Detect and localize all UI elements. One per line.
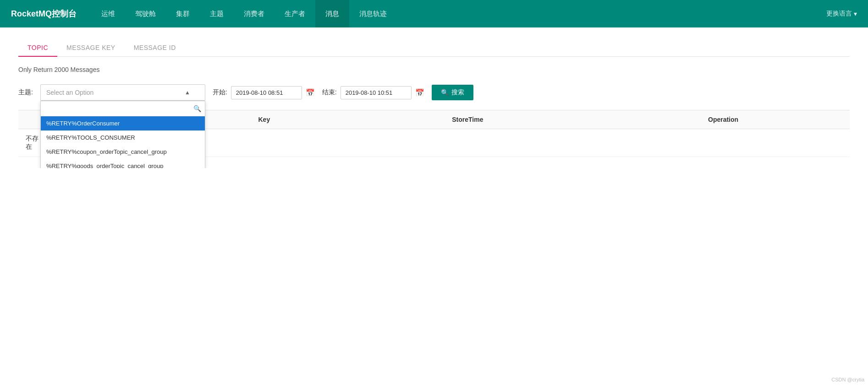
end-date-field: 结束: 📅 [322,86,424,99]
nav-item-yunwei[interactable]: 运维 [91,0,125,27]
content: TOPIC MESSAGE KEY MESSAGE ID Only Return… [0,27,868,168]
search-icon: 🔍 [441,89,449,96]
dropdown-search-input[interactable] [44,103,193,114]
nav-item-xiaofeizhe[interactable]: 消费者 [234,0,275,27]
dropdown-item[interactable]: %RETRY%goods_orderTopic_cancel_group [41,159,205,168]
dropdown-list: %RETRY%OrderConsumer%RETRY%TOOLS_CONSUME… [41,116,205,168]
tab-message-id[interactable]: MESSAGE ID [125,38,185,57]
nav-item-xiaoxiguiji[interactable]: 消息轨迹 [349,0,397,27]
language-switcher[interactable]: 更换语言 ▾ [826,10,857,18]
dropdown-search-row: 🔍 [41,101,205,116]
chevron-down-icon: ▾ [854,10,857,17]
search-form: 主题: Select an Option ▲ 🔍 %RETRY%OrderCon… [18,84,850,101]
key-cell [190,129,338,157]
end-calendar-icon[interactable]: 📅 [415,88,424,97]
navbar: RocketMQ控制台 运维 驾驶舱 集群 主题 消费者 生产者 消息 消息轨迹… [0,0,868,27]
topic-select[interactable]: Select an Option ▲ [40,84,205,101]
start-date-input[interactable] [231,86,302,99]
tab-message-key[interactable]: MESSAGE KEY [57,38,125,57]
start-label: 开始: [213,88,227,97]
th-operation: Operation [597,110,850,129]
dropdown-container: 🔍 %RETRY%OrderConsumer%RETRY%TOOLS_CONSU… [40,101,205,168]
end-label: 结束: [322,88,337,97]
topic-label: 主题: [18,88,33,97]
nav-items: 运维 驾驶舱 集群 主题 消费者 生产者 消息 消息轨迹 [91,0,826,27]
end-date-input[interactable] [341,86,412,99]
search-button[interactable]: 🔍 搜索 [432,85,473,100]
tabs: TOPIC MESSAGE KEY MESSAGE ID [18,38,850,57]
dropdown-item[interactable]: %RETRY%TOOLS_CONSUMER [41,130,205,145]
nav-item-jiashicang[interactable]: 驾驶舱 [125,0,166,27]
select-placeholder: Select an Option [46,89,94,96]
nav-item-zhuti[interactable]: 主题 [200,0,234,27]
tab-topic[interactable]: TOPIC [18,38,57,57]
brand: RocketMQ控制台 [11,8,77,19]
th-key: Key [190,110,338,129]
operation-cell [597,129,850,157]
nav-item-jiqun[interactable]: 集群 [166,0,200,27]
topic-select-wrapper: Select an Option ▲ 🔍 %RETRY%OrderConsume… [40,84,205,101]
th-storetime: StoreTime [339,110,597,129]
storetime-cell [339,129,597,157]
not-exist-label: 不存在 [26,135,38,150]
nav-item-xiaoxi[interactable]: 消息 [315,0,349,27]
select-arrow-icon: ▲ [185,89,190,96]
dropdown-search-icon: 🔍 [193,105,201,112]
notice-text: Only Return 2000 Messages [18,66,850,73]
dropdown-item[interactable]: %RETRY%OrderConsumer [41,116,205,130]
start-calendar-icon[interactable]: 📅 [306,88,315,97]
nav-item-shengchanzhe[interactable]: 生产者 [275,0,315,27]
search-button-label: 搜索 [451,88,464,97]
start-date-field: 开始: 📅 [213,86,315,99]
dropdown-item[interactable]: %RETRY%coupon_orderTopic_cancel_group [41,145,205,159]
